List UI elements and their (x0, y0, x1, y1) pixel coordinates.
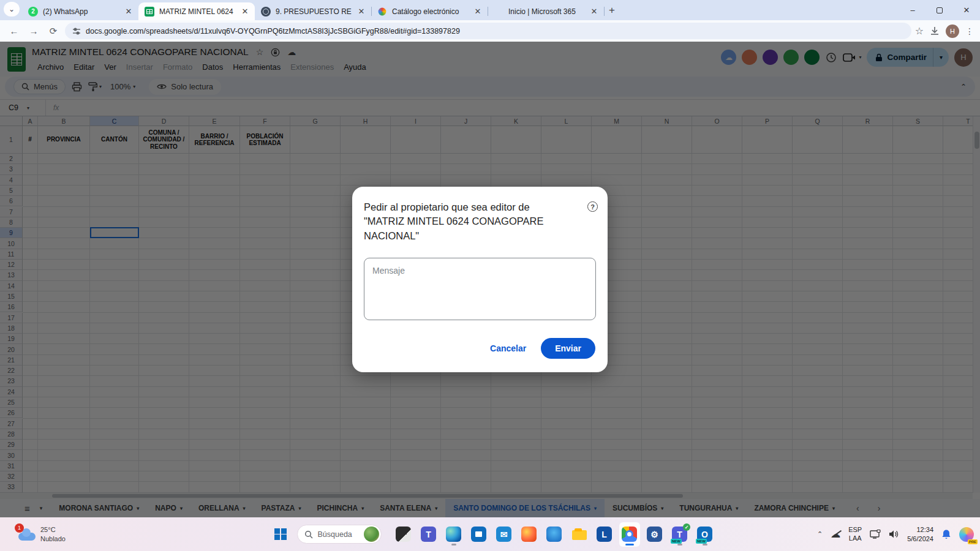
browser-tab-5[interactable]: Inicio | Microsoft 365✕ (488, 2, 604, 20)
firefox-glyph (521, 527, 537, 542)
explorer-glyph (571, 527, 587, 542)
back-button[interactable]: ← (6, 23, 22, 39)
weather-widget[interactable]: 1 25°C Nublado (18, 525, 66, 543)
defender-glyph (546, 527, 562, 542)
cast-icon[interactable] (870, 530, 881, 539)
whatsapp-icon: 2 (28, 7, 38, 17)
tab-close-icon[interactable]: ✕ (240, 7, 250, 17)
browser-tab-strip: ⌄ 2(2) WhatsApp✕MATRIZ MINTEL 0624 CONAG… (0, 0, 980, 20)
search-highlight-image[interactable] (364, 527, 379, 542)
tray-date: 5/6/2024 (907, 534, 933, 543)
onedrive-offline-icon[interactable]: ☁ (831, 528, 840, 540)
new-tab-button[interactable]: + (604, 2, 620, 18)
window-controls: – ✕ (899, 0, 980, 20)
taskbar-search[interactable]: Búsqueda (297, 525, 382, 544)
browser-menu-icon[interactable]: ⋮ (965, 26, 974, 36)
tray-expand-icon[interactable]: ⌃ (817, 530, 823, 538)
help-icon[interactable]: ? (587, 201, 598, 212)
volume-icon[interactable] (889, 530, 899, 539)
firefox-icon[interactable] (519, 522, 540, 547)
tab-close-icon[interactable]: ✕ (124, 7, 134, 17)
weather-badge: 1 (15, 523, 24, 533)
url-text: docs.google.com/spreadsheets/d/11xulvq6V… (86, 27, 460, 36)
clock-widget[interactable]: 12:34 5/6/2024 (907, 525, 933, 543)
taskbar-search-placeholder: Búsqueda (318, 530, 359, 539)
catalog-icon (379, 7, 386, 15)
send-button[interactable]: Enviar (541, 338, 595, 359)
chrome-icon[interactable] (619, 522, 640, 547)
taskbar-search-icon (304, 530, 313, 539)
tray-time: 12:34 (907, 525, 933, 534)
browser-tabs: 2(2) WhatsApp✕MATRIZ MINTEL 0624 CONAG✕9… (22, 2, 604, 20)
edge-glyph (446, 527, 461, 542)
close-button[interactable]: ✕ (953, 0, 980, 20)
teams-icon[interactable]: T (418, 522, 439, 547)
task-view-icon[interactable] (393, 522, 414, 547)
mail-icon[interactable]: ✉ (494, 522, 514, 547)
language-indicator[interactable]: ESP LAA (848, 526, 862, 543)
tab-close-icon[interactable]: ✕ (473, 7, 483, 17)
globe-icon (261, 7, 271, 17)
browser-toolbar: ← → ⟳ docs.google.com/spreadsheets/d/11x… (0, 20, 980, 42)
windows-taskbar: 1 25°C Nublado Búsqueda T✉L⚙TNEW✓ONEW ⌃ … (0, 517, 980, 551)
check-badge-icon: ✓ (683, 523, 690, 531)
defender-icon[interactable] (544, 522, 565, 547)
outlook-new-icon[interactable]: ONEW (695, 522, 715, 547)
tab-label: Inicio | Microsoft 365 (508, 7, 584, 16)
notifications-bell-icon[interactable] (941, 529, 951, 539)
store-glyph (471, 527, 486, 542)
start-button[interactable] (270, 523, 292, 545)
tab-close-icon[interactable]: ✕ (589, 7, 599, 17)
outlook-new-glyph: ONEW (697, 527, 712, 542)
teams-new-glyph: TNEW✓ (672, 527, 687, 542)
weather-cloud-icon: 1 (18, 528, 36, 541)
tab-close-icon[interactable]: ✕ (356, 7, 366, 17)
taskbar-apps: T✉L⚙TNEW✓ONEW (393, 522, 715, 547)
mail-glyph: ✉ (496, 527, 511, 542)
browser-tab-2[interactable]: MATRIZ MINTEL 0624 CONAG✕ (138, 2, 255, 20)
teams-new-icon[interactable]: TNEW✓ (669, 522, 690, 547)
bookmark-star-icon[interactable]: ☆ (915, 25, 924, 37)
tab-label: Catálogo electrónico (392, 7, 468, 16)
system-tray: ⌃ ☁ ESP LAA 12:34 5/6/2024 PRE (817, 525, 974, 543)
reload-button[interactable]: ⟳ (45, 23, 61, 39)
weather-condition: Nublado (40, 534, 66, 543)
tab-search-button[interactable]: ⌄ (4, 2, 20, 17)
weather-temp: 25°C (40, 525, 66, 534)
tab-label: 9. PRESUPUESTO REFERENCIAL (276, 7, 352, 16)
tab-label: MATRIZ MINTEL 0624 CONAG (159, 7, 235, 16)
message-input[interactable] (364, 258, 596, 320)
task-view-glyph (396, 527, 411, 542)
downloads-icon[interactable] (930, 26, 940, 36)
explorer-icon[interactable] (569, 522, 590, 547)
cancel-button[interactable]: Cancelar (490, 343, 526, 353)
scan-glyph: ⚙ (647, 527, 662, 542)
request-edit-access-dialog: Pedir al propietario que sea editor de "… (352, 187, 608, 372)
microsoft-icon (494, 7, 503, 17)
screen: ⌄ 2(2) WhatsApp✕MATRIZ MINTEL 0624 CONAG… (0, 0, 980, 551)
omnibox[interactable]: docs.google.com/spreadsheets/d/11xulvq6V… (65, 23, 911, 39)
forward-button[interactable]: → (26, 23, 42, 39)
new-badge: NEW (696, 539, 707, 544)
maximize-button[interactable] (926, 0, 953, 20)
copilot-icon[interactable]: PRE (959, 527, 974, 542)
copilot-badge: PRE (968, 539, 978, 544)
chrome-glyph (622, 527, 637, 542)
tab-label: (2) WhatsApp (43, 7, 119, 16)
browser-tab-3[interactable]: 9. PRESUPUESTO REFERENCIAL✕ (255, 2, 371, 20)
store-icon[interactable] (469, 522, 489, 547)
lens-glyph: L (597, 527, 612, 542)
dialog-title: Pedir al propietario que sea editor de "… (364, 200, 566, 243)
new-badge: NEW (671, 539, 682, 544)
teams-glyph: T (421, 527, 436, 542)
scan-icon[interactable]: ⚙ (644, 522, 665, 547)
site-info-icon[interactable] (72, 27, 81, 36)
minimize-button[interactable]: – (899, 0, 926, 20)
lens-icon[interactable]: L (594, 522, 615, 547)
edge-icon[interactable] (443, 522, 464, 547)
sheets-icon (145, 7, 154, 17)
browser-tab-1[interactable]: 2(2) WhatsApp✕ (22, 2, 138, 20)
browser-profile-avatar[interactable]: H (946, 24, 959, 38)
browser-tab-4[interactable]: Catálogo electrónico✕ (371, 2, 488, 20)
page-content: MATRIZ MINTEL 0624 CONAGOPARE NACIONAL ☆… (0, 42, 980, 517)
